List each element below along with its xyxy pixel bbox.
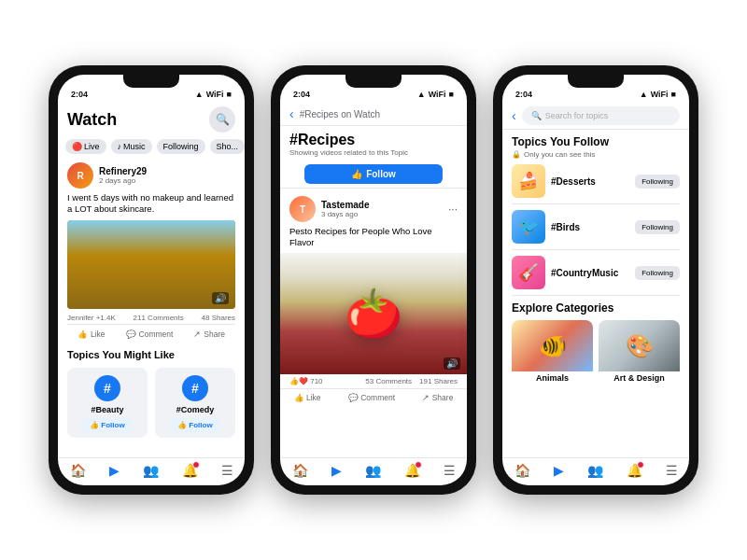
comedy-icon: # bbox=[182, 375, 208, 401]
comment-button-1[interactable]: 💬 Comment bbox=[126, 329, 174, 339]
phone-3-screen: 2:04 ▲ WiFi ■ ‹ 🔍 Search for topics Topi… bbox=[502, 75, 689, 485]
menu-icon-3: ☰ bbox=[666, 463, 678, 478]
back-button-2[interactable]: ‹ bbox=[289, 106, 294, 121]
nav-watch-2[interactable]: ▶ bbox=[331, 463, 342, 478]
follow-icon: 👍 bbox=[90, 421, 99, 429]
explore-card-art[interactable]: 🎨 Art & Design bbox=[599, 320, 680, 385]
p3-content: Topics You Follow 🔒 Only you can see thi… bbox=[502, 130, 689, 457]
signal-icon-2: ▲ bbox=[417, 90, 426, 99]
search-bar-topics[interactable]: 🔍 Search for topics bbox=[522, 106, 680, 125]
post-time-2: 3 days ago bbox=[321, 210, 370, 218]
explore-grid: 🐠 Animals 🎨 Art & Design bbox=[512, 320, 680, 385]
back-button-3[interactable]: ‹ bbox=[512, 108, 516, 123]
nav-friends-3[interactable]: 👥 bbox=[587, 463, 603, 478]
filter-music[interactable]: ♪ Music bbox=[111, 139, 152, 154]
p3-header: ‹ 🔍 Search for topics bbox=[502, 103, 689, 130]
signal-icon: ▲ bbox=[195, 90, 204, 99]
status-icons-2: ▲ WiFi ■ bbox=[417, 90, 454, 99]
nav-watch-1[interactable]: ▶ bbox=[109, 463, 120, 478]
food-video-thumbnail[interactable]: 🍅 bbox=[280, 253, 467, 374]
post-video-thumbnail-1[interactable] bbox=[67, 220, 235, 309]
explore-card-animals[interactable]: 🐠 Animals bbox=[512, 320, 593, 385]
wifi-icon-3: WiFi bbox=[651, 90, 669, 99]
desserts-following-badge[interactable]: Following bbox=[635, 175, 680, 189]
menu-icon-2: ☰ bbox=[444, 463, 456, 478]
avatar-refinery29: R bbox=[67, 162, 93, 189]
battery-icon-3: ■ bbox=[671, 90, 676, 99]
search-icon-3: 🔍 bbox=[531, 111, 542, 120]
desserts-label: #Desserts bbox=[551, 176, 629, 187]
follow-icon-2: 👍 bbox=[177, 421, 187, 429]
comment-button-2[interactable]: 💬 Comment bbox=[348, 393, 395, 402]
filter-shows[interactable]: Sho... bbox=[210, 139, 245, 154]
topic-row-desserts: 🍰 #Desserts Following bbox=[512, 164, 680, 204]
beauty-label: #Beauty bbox=[91, 405, 123, 414]
post-author-1: R Refinery29 2 days ago bbox=[67, 162, 235, 189]
birds-label: #Birds bbox=[551, 222, 629, 232]
watch-icon-1: ▶ bbox=[109, 463, 120, 478]
follow-bar-2: 👍 Follow bbox=[280, 161, 467, 189]
like-button-2[interactable]: 👍 Like bbox=[294, 393, 321, 402]
nav-menu-3[interactable]: ☰ bbox=[666, 463, 678, 478]
watch-header: Watch 🔍 bbox=[58, 103, 245, 136]
art-label: Art & Design bbox=[599, 371, 680, 385]
time-1: 2:04 bbox=[71, 90, 88, 99]
beauty-icon: # bbox=[94, 375, 120, 401]
bottom-nav-3: 🏠 ▶ 👥 🔔 ☰ bbox=[502, 457, 689, 485]
friends-icon-1: 👥 bbox=[143, 463, 159, 478]
post-card-1: R Refinery29 2 days ago I went 5 days wi… bbox=[58, 157, 245, 345]
notification-badge-1 bbox=[192, 461, 200, 469]
p2-share-count: 191 Shares bbox=[419, 377, 458, 385]
video-thumbnail-bg bbox=[67, 220, 235, 309]
explore-title: Explore Categories bbox=[512, 301, 680, 315]
nav-home-2[interactable]: 🏠 bbox=[292, 463, 308, 478]
country-following-badge[interactable]: Following bbox=[635, 266, 680, 280]
nav-notifications-3[interactable]: 🔔 bbox=[627, 463, 642, 478]
reaction-count: 👍❤️ 710 bbox=[289, 377, 323, 385]
nav-home-3[interactable]: 🏠 bbox=[514, 463, 530, 478]
comment-count: 211 Comments bbox=[134, 314, 184, 322]
p2-header: ‹ #Recipes on Watch bbox=[280, 103, 467, 126]
viewer-count: Jennifer +1.4K bbox=[67, 314, 116, 322]
phone-2: 2:04 ▲ WiFi ■ ‹ #Recipes on Watch #Recip… bbox=[271, 65, 476, 495]
food-emoji: 🍅 bbox=[345, 287, 402, 341]
status-bar-3: 2:04 ▲ WiFi ■ bbox=[502, 75, 689, 103]
nav-watch-3[interactable]: ▶ bbox=[554, 463, 564, 478]
phone-3: 2:04 ▲ WiFi ■ ‹ 🔍 Search for topics Topi… bbox=[493, 65, 698, 495]
nav-friends-1[interactable]: 👥 bbox=[143, 463, 159, 478]
follow-topic-button[interactable]: 👍 Follow bbox=[304, 164, 443, 184]
notification-badge-3 bbox=[637, 461, 644, 469]
filter-following[interactable]: Following bbox=[157, 139, 205, 154]
follow-beauty-button[interactable]: 👍 Follow bbox=[82, 418, 132, 432]
post-time-1: 2 days ago bbox=[99, 176, 147, 185]
follow-comedy-button[interactable]: 👍 Follow bbox=[170, 418, 219, 432]
share-button-2[interactable]: ↗ Share bbox=[422, 393, 453, 402]
watch-icon-2: ▶ bbox=[331, 463, 342, 478]
comment-label-1: Comment bbox=[139, 329, 174, 339]
topics-follow-title: Topics You Follow bbox=[512, 135, 680, 148]
nav-home-1[interactable]: 🏠 bbox=[70, 463, 86, 478]
share-button-1[interactable]: ↗ Share bbox=[193, 329, 225, 339]
video-stats-1: Jennifer +1.4K 211 Comments 48 Shares bbox=[67, 312, 235, 325]
p2-comment-count: 53 Comments bbox=[365, 377, 412, 385]
nav-friends-2[interactable]: 👥 bbox=[365, 463, 381, 478]
nav-menu-2[interactable]: ☰ bbox=[444, 463, 456, 478]
nav-notifications-2[interactable]: 🔔 bbox=[404, 463, 420, 478]
signal-icon-3: ▲ bbox=[640, 90, 648, 99]
lock-icon: 🔒 bbox=[512, 150, 521, 159]
scene: 2:04 ▲ WiFi ■ Watch 🔍 🔴 Live ♪ bbox=[0, 0, 747, 560]
nav-notifications-1[interactable]: 🔔 bbox=[182, 463, 198, 478]
nav-menu-1[interactable]: ☰ bbox=[221, 463, 233, 478]
like-button-1[interactable]: 👍 Like bbox=[78, 329, 106, 339]
birds-following-badge[interactable]: Following bbox=[635, 220, 680, 234]
search-button-1[interactable]: 🔍 bbox=[209, 106, 235, 133]
filter-live[interactable]: 🔴 Live bbox=[65, 139, 106, 154]
bottom-nav-1: 🏠 ▶ 👥 🔔 ☰ bbox=[58, 457, 245, 485]
post-options-button[interactable]: ··· bbox=[448, 203, 458, 216]
topic-title-2: #Recipes bbox=[289, 132, 458, 148]
music-icon: ♪ bbox=[118, 142, 122, 151]
battery-icon-2: ■ bbox=[449, 90, 454, 99]
p2-author-left: T Tastemade 3 days ago bbox=[289, 196, 370, 222]
author-name-2: Tastemade bbox=[321, 200, 370, 210]
p2-post-author: T Tastemade 3 days ago ··· bbox=[280, 192, 467, 226]
